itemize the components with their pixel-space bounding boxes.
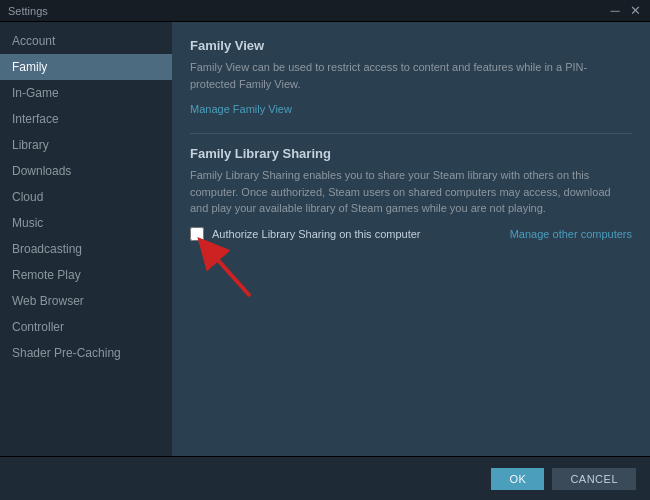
- sidebar-item-shader-pre-caching[interactable]: Shader Pre-Caching: [0, 340, 172, 366]
- sidebar-item-downloads[interactable]: Downloads: [0, 158, 172, 184]
- arrow-svg: [190, 231, 310, 301]
- authorize-sharing-row: Authorize Library Sharing on this comput…: [190, 227, 632, 241]
- sidebar-item-library[interactable]: Library: [0, 132, 172, 158]
- svg-line-1: [208, 249, 250, 296]
- main-layout: Account Family In-Game Interface Library…: [0, 22, 650, 456]
- window-controls: ─ ✕: [608, 4, 642, 18]
- section-divider: [190, 133, 632, 134]
- minimize-button[interactable]: ─: [608, 4, 622, 18]
- family-library-sharing-description: Family Library Sharing enables you to sh…: [190, 167, 632, 217]
- close-button[interactable]: ✕: [628, 4, 642, 18]
- sidebar-item-broadcasting[interactable]: Broadcasting: [0, 236, 172, 262]
- family-view-description: Family View can be used to restrict acce…: [190, 59, 632, 92]
- family-library-sharing-title: Family Library Sharing: [190, 146, 632, 161]
- sidebar-item-in-game[interactable]: In-Game: [0, 80, 172, 106]
- arrow-annotation: [190, 251, 632, 311]
- cancel-button[interactable]: CANCEL: [552, 468, 636, 490]
- content-area: Family View Family View can be used to r…: [172, 22, 650, 456]
- sidebar-item-family[interactable]: Family: [0, 54, 172, 80]
- sidebar: Account Family In-Game Interface Library…: [0, 22, 172, 456]
- authorize-sharing-label: Authorize Library Sharing on this comput…: [212, 228, 421, 240]
- sidebar-item-interface[interactable]: Interface: [0, 106, 172, 132]
- sidebar-item-remote-play[interactable]: Remote Play: [0, 262, 172, 288]
- authorize-sharing-checkbox[interactable]: [190, 227, 204, 241]
- sidebar-item-cloud[interactable]: Cloud: [0, 184, 172, 210]
- title-bar: Settings ─ ✕: [0, 0, 650, 22]
- sidebar-item-controller[interactable]: Controller: [0, 314, 172, 340]
- sidebar-item-music[interactable]: Music: [0, 210, 172, 236]
- sidebar-item-web-browser[interactable]: Web Browser: [0, 288, 172, 314]
- footer: OK CANCEL: [0, 456, 650, 500]
- manage-family-view-link[interactable]: Manage Family View: [190, 103, 292, 115]
- window-title: Settings: [8, 5, 48, 17]
- sidebar-item-account[interactable]: Account: [0, 28, 172, 54]
- family-view-title: Family View: [190, 38, 632, 53]
- ok-button[interactable]: OK: [491, 468, 544, 490]
- manage-other-computers-link[interactable]: Manage other computers: [510, 228, 632, 240]
